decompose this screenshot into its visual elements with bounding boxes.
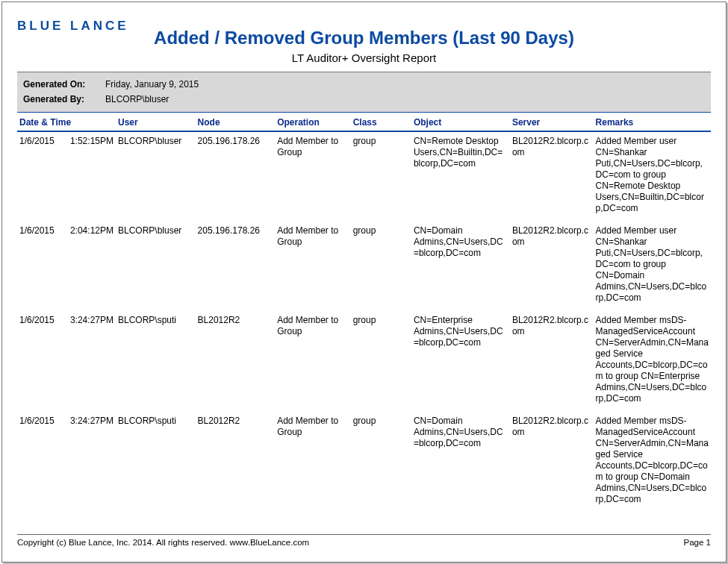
report-page: BLUE LANCE Added / Removed Group Members…	[1, 1, 727, 563]
report-table: Date & Time User Node Operation Class Ob…	[17, 112, 711, 513]
report-subtitle: LT Auditor+ Oversight Report	[17, 51, 711, 64]
cell-node: BL2012R2	[196, 311, 276, 412]
cell-server: BL2012R2.blcorp.com	[510, 311, 594, 412]
col-header-user: User	[116, 112, 196, 131]
cell-operation: Add Member to Group	[275, 131, 351, 222]
cell-time: 3:24:27PM	[63, 416, 113, 427]
cell-node: BL2012R2	[196, 412, 276, 513]
table-row: 1/6/2015 3:24:27PM BLCORP\sputi BL2012R2…	[17, 311, 711, 412]
cell-operation: Add Member to Group	[275, 222, 351, 311]
table-header-row: Date & Time User Node Operation Class Ob…	[17, 112, 711, 131]
cell-user: BLCORP\sputi	[116, 311, 196, 412]
cell-class: group	[351, 412, 411, 513]
col-header-operation: Operation	[275, 112, 351, 131]
col-header-datetime: Date & Time	[17, 112, 116, 131]
cell-datetime: 1/6/2015 3:24:27PM	[17, 311, 116, 412]
table-row: 1/6/2015 1:52:15PM BLCORP\bluser 205.196…	[17, 131, 711, 222]
cell-operation: Add Member to Group	[275, 412, 351, 513]
cell-date: 1/6/2015	[19, 315, 63, 326]
table-body: 1/6/2015 1:52:15PM BLCORP\bluser 205.196…	[17, 131, 711, 513]
table-row: 1/6/2015 3:24:27PM BLCORP\sputi BL2012R2…	[17, 412, 711, 513]
cell-time: 1:52:15PM	[63, 136, 113, 147]
meta-row-generated-by: Generated By: BLCORP\bluser	[23, 92, 705, 107]
footer-copyright: Copyright (c) Blue Lance, Inc. 2014. All…	[17, 538, 309, 547]
cell-time: 3:24:27PM	[63, 315, 113, 326]
cell-object: CN=Enterprise Admins,CN=Users,DC=blcorp,…	[411, 311, 510, 412]
cell-server: BL2012R2.blcorp.com	[510, 131, 594, 222]
cell-remarks: Added Member user CN=Shankar Puti,CN=Use…	[594, 131, 711, 222]
generated-on-label: Generated On:	[23, 77, 105, 92]
cell-operation: Add Member to Group	[275, 311, 351, 412]
cell-server: BL2012R2.blcorp.com	[510, 222, 594, 311]
report-meta-block: Generated On: Friday, January 9, 2015 Ge…	[17, 72, 711, 112]
col-header-node: Node	[196, 112, 276, 131]
generated-by-label: Generated By:	[23, 92, 105, 107]
cell-remarks: Added Member msDS-ManagedServiceAccount …	[594, 311, 711, 412]
cell-datetime: 1/6/2015 1:52:15PM	[17, 131, 116, 222]
cell-datetime: 1/6/2015 3:24:27PM	[17, 412, 116, 513]
table-row: 1/6/2015 2:04:12PM BLCORP\bluser 205.196…	[17, 222, 711, 311]
cell-node: 205.196.178.26	[196, 222, 276, 311]
cell-user: BLCORP\bluser	[116, 222, 196, 311]
cell-remarks: Added Member msDS-ManagedServiceAccount …	[594, 412, 711, 513]
cell-time: 2:04:12PM	[63, 225, 113, 236]
cell-object: CN=Domain Admins,CN=Users,DC=blcorp,DC=c…	[411, 222, 510, 311]
generated-on-value: Friday, January 9, 2015	[105, 77, 199, 92]
cell-node: 205.196.178.26	[196, 131, 276, 222]
cell-date: 1/6/2015	[19, 225, 63, 236]
col-header-remarks: Remarks	[594, 112, 711, 131]
cell-date: 1/6/2015	[19, 136, 63, 147]
footer-page-number: Page 1	[684, 538, 711, 547]
generated-by-value: BLCORP\bluser	[105, 92, 169, 107]
report-footer: Copyright (c) Blue Lance, Inc. 2014. All…	[17, 534, 711, 547]
cell-user: BLCORP\sputi	[116, 412, 196, 513]
cell-user: BLCORP\bluser	[116, 131, 196, 222]
cell-class: group	[351, 131, 411, 222]
cell-server: BL2012R2.blcorp.com	[510, 412, 594, 513]
cell-class: group	[351, 311, 411, 412]
cell-remarks: Added Member user CN=Shankar Puti,CN=Use…	[594, 222, 711, 311]
cell-class: group	[351, 222, 411, 311]
col-header-object: Object	[411, 112, 510, 131]
cell-object: CN=Remote Desktop Users,CN=Builtin,DC=bl…	[411, 131, 510, 222]
col-header-class: Class	[351, 112, 411, 131]
cell-date: 1/6/2015	[19, 416, 63, 427]
cell-datetime: 1/6/2015 2:04:12PM	[17, 222, 116, 311]
cell-object: CN=Domain Admins,CN=Users,DC=blcorp,DC=c…	[411, 412, 510, 513]
col-header-server: Server	[510, 112, 594, 131]
meta-row-generated-on: Generated On: Friday, January 9, 2015	[23, 77, 705, 92]
